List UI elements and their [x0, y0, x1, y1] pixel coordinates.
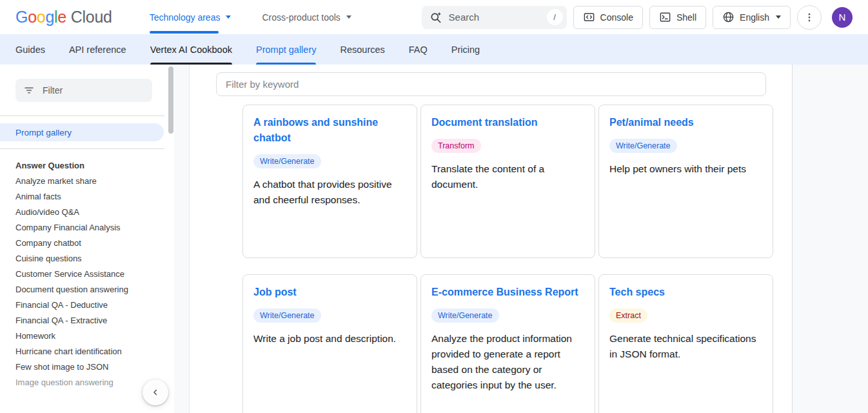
search-input[interactable]	[449, 12, 540, 23]
sidebar-item[interactable]: Animal facts	[0, 189, 165, 205]
sidebar-item[interactable]: Answer Question	[0, 158, 165, 174]
subnav-tab[interactable]: Prompt gallery	[256, 34, 316, 65]
sidebar-item[interactable]: Image question answering	[0, 375, 165, 390]
logo-letter: o	[37, 8, 46, 26]
sidebar-item[interactable]: Financial QA - Deductive	[0, 297, 165, 313]
card-title: Document translation	[431, 115, 584, 130]
chevron-down-icon	[346, 15, 351, 19]
prompt-card[interactable]: Pet/animal needs Write/Generate Help pet…	[598, 105, 773, 258]
subnav-tab-label: Prompt gallery	[256, 45, 316, 55]
logo-letter: G	[15, 8, 28, 26]
google-cloud-logo[interactable]: Google Cloud	[15, 8, 112, 26]
card-category-badge: Write/Generate	[609, 139, 677, 153]
avatar[interactable]: N	[832, 7, 853, 28]
card-description: Write a job post and description.	[253, 331, 406, 347]
prompt-card[interactable]: Job post Write/Generate Write a job post…	[242, 274, 417, 413]
prompt-card[interactable]: Tech specs Extract Generate technical sp…	[598, 274, 773, 413]
card-title: E-commerce Business Report	[431, 285, 584, 300]
console-icon	[583, 11, 595, 23]
right-gutter	[792, 65, 868, 413]
subnav-tab[interactable]: API reference	[69, 34, 126, 65]
subnav-tab-label: Guides	[15, 45, 45, 55]
card-category-badge: Extract	[609, 308, 647, 323]
prompt-card[interactable]: E-commerce Business Report Write/Generat…	[420, 274, 595, 413]
chevron-left-icon	[149, 386, 162, 399]
subnav-tab[interactable]: FAQ	[409, 34, 428, 65]
active-tab-indicator	[256, 63, 316, 65]
logo-letter: g	[45, 8, 54, 26]
sidebar-item[interactable]: Company chatbot	[0, 236, 165, 251]
nav-technology-areas[interactable]: Technology areas	[150, 0, 232, 34]
vertical-dots-icon	[804, 12, 815, 23]
sidebar-scrollbar[interactable]	[168, 66, 173, 134]
chevron-down-icon	[226, 15, 231, 19]
sidebar-item[interactable]: Analyze market share	[0, 174, 165, 189]
card-description: Generate technical specifications in JSO…	[609, 331, 762, 362]
top-nav: Technology areas Cross-product tools	[150, 0, 351, 34]
sidebar-item[interactable]: Audio/video Q&A	[0, 205, 165, 220]
top-header: Google Cloud Technology areas Cross-prod…	[0, 0, 868, 34]
card-description: Translate the content of a document.	[431, 161, 584, 192]
search-icon	[429, 11, 442, 24]
search-bar[interactable]: /	[422, 6, 567, 29]
logo-letter: e	[57, 8, 66, 26]
shell-button[interactable]: Shell	[649, 6, 706, 29]
language-selector[interactable]: English	[713, 6, 791, 29]
header-actions: / Console Shell English	[422, 5, 853, 30]
sidebar: Prompt gallery Answer QuestionAnalyze ma…	[0, 65, 174, 413]
subnav-tab[interactable]: Guides	[15, 34, 45, 65]
subnav-tab[interactable]: Vertex AI Cookbook	[150, 34, 232, 65]
card-description: Help pet owners with their pets	[609, 161, 762, 177]
doc-tabs: Guides API reference Vertex AI Cookbook …	[0, 34, 868, 65]
prompt-card-grid: A rainbows and sunshine chatbot Write/Ge…	[242, 105, 773, 413]
nav-technology-areas-label: Technology areas	[150, 12, 221, 23]
card-title: A rainbows and sunshine chatbot	[253, 115, 406, 146]
sidebar-item[interactable]: Hurricane chart identification	[0, 344, 165, 359]
language-selector-label: English	[740, 12, 769, 23]
nav-cross-product-tools[interactable]: Cross-product tools	[262, 0, 351, 34]
shell-icon	[659, 11, 671, 23]
filter-icon	[23, 85, 35, 96]
card-category-badge: Write/Generate	[253, 308, 321, 323]
main-content: A rainbows and sunshine chatbot Write/Ge…	[190, 65, 792, 413]
card-title: Pet/animal needs	[609, 115, 762, 130]
sidebar-filter-input[interactable]	[43, 85, 144, 96]
prompt-card[interactable]: Document translation Transform Translate…	[420, 105, 595, 258]
sidebar-item[interactable]: Company Financial Analysis	[0, 220, 165, 236]
subnav-tab-label: API reference	[69, 45, 126, 55]
collapse-sidebar-button[interactable]	[143, 379, 168, 405]
nav-cross-product-tools-label: Cross-product tools	[262, 12, 340, 23]
sidebar-item[interactable]: Few shot image to JSON	[0, 359, 165, 375]
sidebar-item[interactable]: Cuisine questions	[0, 251, 165, 267]
more-options-button[interactable]	[797, 5, 822, 30]
subnav-tab-label: Vertex AI Cookbook	[150, 45, 232, 55]
card-title: Tech specs	[609, 285, 762, 300]
card-category-badge: Write/Generate	[253, 154, 321, 168]
subnav-tab[interactable]: Pricing	[451, 34, 480, 65]
sidebar-item[interactable]: Document question answering	[0, 282, 165, 297]
active-tab-indicator	[150, 63, 232, 65]
sidebar-item[interactable]: Homework	[0, 328, 165, 344]
card-category-badge: Write/Generate	[431, 308, 499, 323]
card-description: A chatbot that provides positive and che…	[253, 177, 406, 208]
sidebar-item[interactable]: Customer Service Assistance	[0, 267, 165, 282]
subnav-tab[interactable]: Resources	[340, 34, 384, 65]
sidebar-list: Answer QuestionAnalyze market shareAnima…	[0, 158, 165, 390]
subnav-tab-label: Resources	[340, 45, 384, 55]
keyword-filter-box[interactable]	[216, 72, 766, 96]
logo-letter: o	[28, 8, 37, 26]
shell-button-label: Shell	[676, 12, 696, 23]
sidebar-item[interactable]: Financial QA - Extractive	[0, 313, 165, 328]
sidebar-divider-gutter	[174, 65, 190, 413]
search-shortcut-hint: /	[547, 9, 563, 25]
google-logo-letters: Google	[15, 8, 66, 26]
card-description: Analyze the product information provided…	[431, 331, 584, 393]
prompt-card[interactable]: A rainbows and sunshine chatbot Write/Ge…	[242, 105, 417, 258]
keyword-filter-input[interactable]	[226, 79, 756, 90]
divider	[0, 116, 164, 116]
console-button[interactable]: Console	[573, 6, 643, 29]
chevron-down-icon	[776, 15, 781, 19]
sidebar-item-prompt-gallery[interactable]: Prompt gallery	[0, 123, 164, 141]
active-nav-indicator	[150, 31, 219, 34]
sidebar-filter-box[interactable]	[15, 79, 152, 102]
